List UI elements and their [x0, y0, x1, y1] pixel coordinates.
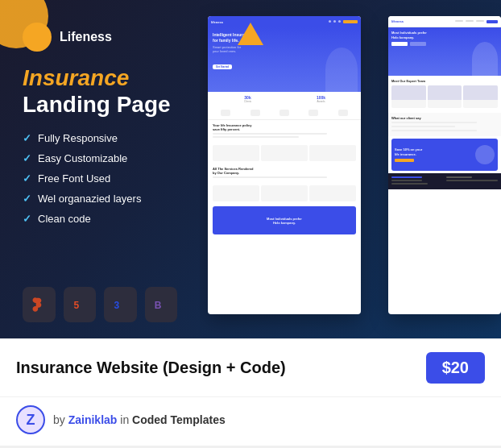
ss-card — [309, 145, 356, 161]
css3-icon: 3 — [104, 287, 137, 322]
ss-section-title: All The Services Renderedby Our Company. — [213, 167, 356, 175]
ss-nav-icons — [208, 106, 361, 120]
title-line2: Landing Page — [23, 91, 177, 118]
arrow-decoration — [238, 23, 263, 45]
ss-cards-row2 — [208, 183, 361, 204]
ss-line — [391, 130, 477, 131]
author-text: by Zainiklab in Coded Templates — [53, 413, 226, 426]
main-screenshot: lifeness Intelligent Insurancefor family… — [208, 16, 361, 314]
logo-circle — [23, 23, 52, 52]
ss-logo: lifeness — [211, 20, 223, 24]
stat-label: Clients — [213, 100, 283, 103]
price-badge: $20 — [426, 352, 485, 384]
ss-hero: Intelligent Insurancefor family life. Sm… — [208, 27, 361, 92]
ss-card — [309, 185, 356, 201]
ss-blue-text: Most Individuals preferHelo kompany. — [267, 217, 302, 225]
author-name-link[interactable]: Zainiklab — [68, 413, 118, 426]
left-info-panel: Lifeness Insurance Landing Page ✓ Fully … — [0, 0, 200, 338]
check-icon: ✓ — [23, 132, 31, 144]
ss-team-row — [391, 85, 498, 108]
ss-line — [391, 126, 455, 127]
ss-test-lines — [391, 122, 498, 133]
right-screenshot: lifeness Most Individuals preferHelo kom… — [388, 16, 501, 314]
ss-card — [261, 145, 308, 161]
svg-text:3: 3 — [114, 300, 120, 311]
tech-icons-row: 5 3 B — [23, 287, 177, 322]
feature-item: ✓ Wel organazied layers — [23, 193, 177, 205]
ss-cards-row — [208, 143, 361, 164]
ss-blue-section: Most Individuals preferHelo kompany. — [213, 206, 356, 234]
figma-icon — [23, 287, 56, 322]
stat-label: Awards — [286, 100, 356, 103]
ss-testimonial: What our client say — [388, 113, 501, 136]
author-avatar: Z — [16, 405, 45, 434]
feature-item: ✓ Easy Customizable — [23, 152, 177, 164]
title-area: Insurance Landing Page — [23, 66, 177, 118]
ss-hero-image — [325, 48, 358, 92]
ss-line — [213, 176, 327, 178]
svg-text:B: B — [155, 300, 162, 311]
product-title: Insurance Website (Design + Code) — [16, 359, 286, 377]
author-info-bar: Z by Zainiklab in Coded Templates — [0, 396, 501, 446]
ss-team-card — [391, 85, 426, 108]
ss-section1: Your life Insurance policysave fifty per… — [208, 120, 361, 143]
product-card: Lifeness Insurance Landing Page ✓ Fully … — [0, 0, 501, 446]
in-text: in — [120, 413, 132, 426]
ss-team-section: Meet Our Expert Team — [388, 76, 501, 111]
check-icon: ✓ — [23, 172, 31, 185]
ss-test-title: What our client say — [391, 116, 498, 120]
features-list: ✓ Fully Responsive ✓ Easy Customizable ✓… — [23, 132, 177, 225]
feature-item: ✓ Fully Responsive — [23, 132, 177, 144]
ss-card — [213, 185, 259, 201]
logo-area: Lifeness — [23, 23, 177, 52]
ss-line — [391, 122, 477, 123]
check-icon: ✓ — [23, 213, 31, 225]
ss-line — [213, 136, 299, 138]
ss-main-header: lifeness — [208, 16, 361, 27]
ss-hero-text: Intelligent Insurancefor family life. — [213, 32, 356, 44]
check-icon: ✓ — [23, 152, 31, 164]
author-category: Coded Templates — [132, 413, 226, 426]
preview-area: Lifeness Insurance Landing Page ✓ Fully … — [0, 0, 501, 338]
product-info-bar: Insurance Website (Design + Code) $20 — [0, 338, 501, 396]
by-text: by — [53, 413, 68, 426]
bootstrap-icon: B — [145, 287, 178, 322]
ss-section2: All The Services Renderedby Our Company. — [208, 164, 361, 183]
check-icon: ✓ — [23, 193, 31, 205]
ss-team-card — [463, 85, 498, 108]
logo-text: Lifeness — [60, 30, 112, 44]
ss-line — [213, 133, 327, 135]
ss-right-logo: lifeness — [391, 19, 404, 23]
title-line1: Insurance — [23, 66, 177, 91]
feature-item: ✓ Free Font Used — [23, 172, 177, 185]
ss-right-nav — [455, 20, 498, 23]
ss-card — [261, 185, 308, 201]
ss-right-header: lifeness — [388, 16, 501, 27]
ss-section-title: Your life Insurance policysave fifty per… — [213, 123, 356, 131]
feature-item: ✓ Clean code — [23, 213, 177, 225]
ss-card — [213, 145, 259, 161]
ss-team-title: Meet Our Expert Team — [391, 79, 498, 83]
right-preview: lifeness Intelligent Insurancefor family… — [200, 0, 501, 338]
ss-stats: 30k Clients 100k Awards — [208, 92, 361, 106]
html5-icon: 5 — [64, 287, 97, 322]
svg-text:5: 5 — [73, 300, 79, 311]
ss-team-card — [428, 85, 462, 108]
